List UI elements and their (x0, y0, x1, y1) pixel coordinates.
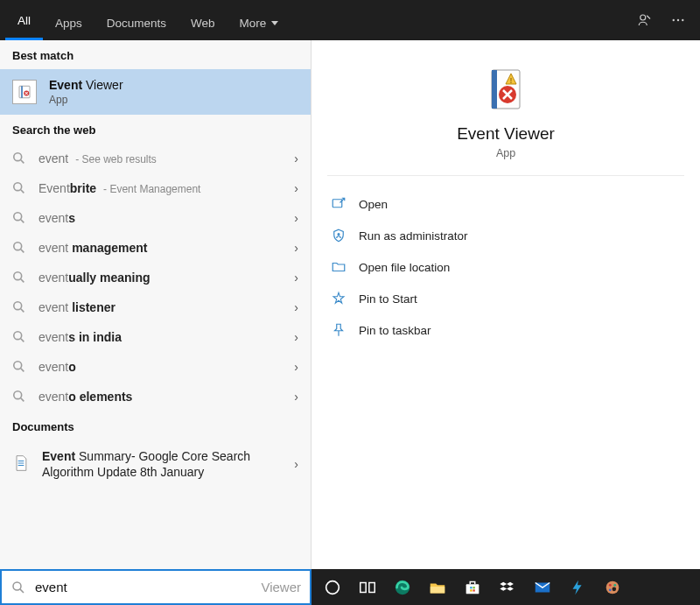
search-icon (12, 300, 26, 314)
search-icon (12, 360, 26, 374)
web-suggestion[interactable]: event listener› (0, 292, 311, 322)
pin-start-icon (331, 291, 346, 306)
action-pin-to-start[interactable]: Pin to Start (327, 283, 684, 314)
best-match-result[interactable]: Event Viewer App (0, 69, 311, 115)
chevron-right-icon: › (294, 271, 298, 285)
web-suggestion[interactable]: events› (0, 203, 311, 233)
event-viewer-icon (12, 80, 37, 104)
web-suggestion-text: events (38, 211, 294, 225)
search-icon (12, 330, 26, 344)
tab-all[interactable]: All (5, 4, 43, 40)
chevron-right-icon: › (294, 330, 298, 344)
action-open-file-location[interactable]: Open file location (327, 251, 684, 283)
preview-title: Event Viewer (327, 124, 684, 144)
paint-icon[interactable] (595, 569, 630, 605)
tab-apps[interactable]: Apps (43, 6, 94, 40)
chevron-right-icon: › (294, 211, 298, 225)
action-label: Pin to Start (359, 292, 417, 306)
web-suggestion[interactable]: event - See web results› (0, 144, 311, 173)
document-result[interactable]: Event Summary- Google Core Search Algori… (0, 440, 311, 488)
web-suggestion-text: eventually meaning (38, 271, 294, 285)
preview-subtitle: App (327, 147, 684, 159)
store-icon[interactable] (455, 569, 490, 605)
web-suggestion-text: event listener (38, 300, 294, 314)
mail-icon[interactable] (525, 569, 560, 605)
search-icon (12, 211, 26, 225)
svg-point-2 (677, 19, 679, 21)
tab-web[interactable]: Web (178, 6, 228, 40)
cortana-icon[interactable] (315, 569, 350, 605)
tab-more[interactable]: More (228, 6, 291, 40)
web-suggestion[interactable]: Eventbrite - Event Management› (0, 173, 311, 203)
search-box[interactable]: Viewer (0, 569, 312, 605)
web-suggestion-text: events in india (38, 330, 294, 344)
document-icon (12, 454, 30, 474)
svg-point-11 (13, 582, 21, 590)
svg-point-3 (682, 19, 683, 21)
search-icon (12, 241, 26, 255)
documents-header: Documents (0, 412, 311, 440)
chevron-right-icon: › (294, 457, 298, 471)
search-filter-tabs: All Apps Documents Web More (0, 0, 700, 40)
web-suggestion-text: evento (38, 360, 294, 374)
chevron-down-icon (271, 21, 278, 25)
open-icon (331, 196, 346, 212)
best-match-header: Best match (0, 40, 311, 69)
web-suggestion[interactable]: event management› (0, 233, 311, 263)
edge-icon[interactable] (385, 569, 420, 605)
chevron-right-icon: › (294, 151, 298, 165)
svg-point-0 (640, 15, 646, 20)
pin-taskbar-icon (331, 322, 346, 338)
taskbar: Viewer (0, 569, 700, 605)
taskview-icon[interactable] (350, 569, 385, 605)
svg-rect-7 (492, 70, 497, 109)
chevron-right-icon: › (294, 390, 298, 404)
action-pin-to-taskbar[interactable]: Pin to taskbar (327, 314, 684, 346)
chevron-right-icon: › (294, 181, 298, 195)
feedback-icon[interactable] (628, 0, 662, 40)
admin-icon (331, 228, 346, 243)
search-suggestion-ghost: Viewer (261, 580, 301, 594)
web-suggestion-text: event - See web results (38, 151, 294, 165)
action-label: Open (359, 198, 388, 211)
folder-icon (331, 259, 346, 275)
chevron-right-icon: › (294, 360, 298, 374)
tab-documents[interactable]: Documents (94, 6, 178, 40)
dropbox-icon[interactable] (490, 569, 525, 605)
web-suggestion-text: event management (38, 241, 294, 255)
best-match-title: Event Viewer (49, 78, 123, 92)
event-viewer-large-icon: ! (481, 65, 530, 114)
search-icon (12, 390, 26, 404)
chevron-right-icon: › (294, 241, 298, 255)
search-icon (12, 271, 26, 285)
web-suggestion-text: Eventbrite - Event Management (38, 181, 294, 195)
lightning-icon[interactable] (560, 569, 595, 605)
web-suggestion[interactable]: eventually meaning› (0, 263, 311, 292)
web-suggestion[interactable]: events in india› (0, 322, 311, 352)
svg-text:!: ! (510, 76, 513, 85)
more-options-icon[interactable] (662, 0, 695, 40)
best-match-subtitle: App (49, 94, 123, 106)
action-open[interactable]: Open (327, 188, 684, 220)
search-icon (12, 181, 26, 195)
web-suggestion[interactable]: evento elements› (0, 382, 311, 412)
preview-panel: ! Event Viewer App OpenRun as administra… (312, 40, 700, 569)
results-panel: Best match Event Viewer App Search the w… (0, 40, 312, 569)
action-label: Open file location (359, 261, 450, 274)
web-suggestion[interactable]: evento› (0, 352, 311, 382)
explorer-icon[interactable] (420, 569, 455, 605)
action-label: Run as administrator (359, 229, 468, 243)
search-input[interactable] (35, 580, 257, 594)
action-run-as-administrator[interactable]: Run as administrator (327, 220, 684, 251)
search-icon (12, 151, 26, 165)
search-web-header: Search the web (0, 115, 311, 144)
svg-point-1 (673, 19, 675, 21)
action-label: Pin to taskbar (359, 324, 431, 337)
search-icon (10, 580, 26, 595)
chevron-right-icon: › (294, 300, 298, 314)
document-title: Event Summary- Google Core Search Algori… (42, 448, 282, 480)
web-suggestion-text: evento elements (38, 390, 294, 404)
